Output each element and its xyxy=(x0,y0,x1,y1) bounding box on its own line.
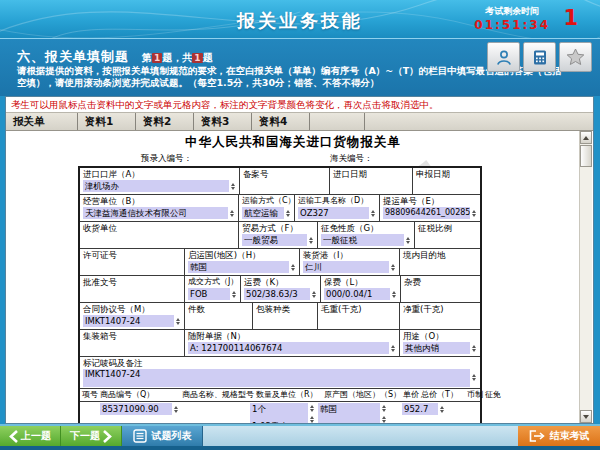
spin-down-icon[interactable] xyxy=(406,241,410,244)
spin-up-icon[interactable] xyxy=(472,210,476,213)
port-of-entry-input[interactable]: 津机场办 xyxy=(83,180,229,192)
insurance-input[interactable]: 000/0.04/1 xyxy=(324,288,390,300)
spin-up-icon[interactable] xyxy=(310,405,314,408)
spin-down-icon[interactable] xyxy=(310,420,314,423)
transaction-mode-input[interactable]: FOB xyxy=(188,288,230,300)
spin-up-icon[interactable] xyxy=(406,237,410,240)
spin-down-icon[interactable] xyxy=(310,409,314,412)
spin-down-icon[interactable] xyxy=(309,241,313,244)
item-qty-input[interactable]: 1个 1.03千克 xyxy=(250,403,308,423)
spin-up-icon[interactable] xyxy=(310,416,314,419)
spinner-control[interactable] xyxy=(308,404,316,412)
spinner-control[interactable] xyxy=(172,403,180,415)
spinner-control[interactable] xyxy=(470,342,478,354)
prev-question-button[interactable]: 上一题 xyxy=(0,426,61,446)
spinner-control[interactable] xyxy=(369,207,377,219)
spin-down-icon[interactable] xyxy=(472,378,476,381)
spinner-control[interactable] xyxy=(310,288,318,300)
spinner-control[interactable] xyxy=(228,207,236,219)
spinner-control[interactable] xyxy=(389,261,397,273)
spin-down-icon[interactable] xyxy=(371,214,375,217)
spin-up-icon[interactable] xyxy=(312,291,316,294)
scrollbar-thumb[interactable] xyxy=(580,145,592,167)
operating-unit-input[interactable]: 天津益海通信技术有限公司 xyxy=(83,207,228,219)
tab-material-4[interactable]: 资料4 xyxy=(252,113,310,130)
item-total-input[interactable]: 952.7 xyxy=(402,403,438,415)
spin-up-icon[interactable] xyxy=(291,264,295,267)
usage-input[interactable]: 其他内销 xyxy=(403,342,470,354)
spin-down-icon[interactable] xyxy=(382,420,386,423)
spin-up-icon[interactable] xyxy=(286,210,290,213)
spin-up-icon[interactable] xyxy=(382,416,386,419)
loading-port-input[interactable]: 仁川 xyxy=(303,261,389,273)
spin-up-icon[interactable] xyxy=(472,345,476,348)
spin-down-icon[interactable] xyxy=(382,409,386,412)
spin-down-icon[interactable] xyxy=(392,295,396,298)
calculator-button[interactable] xyxy=(523,42,556,72)
spin-up-icon[interactable] xyxy=(230,210,234,213)
spin-down-icon[interactable] xyxy=(174,410,178,413)
finish-exam-button[interactable]: 结束考试 xyxy=(518,426,600,446)
spinner-control[interactable] xyxy=(229,180,237,192)
tab-material-3[interactable]: 资料3 xyxy=(194,113,252,130)
spin-up-icon[interactable] xyxy=(392,291,396,294)
spin-down-icon[interactable] xyxy=(232,295,236,298)
spin-up-icon[interactable] xyxy=(440,406,444,409)
spinner-control[interactable] xyxy=(174,315,182,327)
favorite-button[interactable] xyxy=(559,42,592,72)
spin-down-icon[interactable] xyxy=(231,187,235,190)
contract-no-input[interactable]: IMKT1407-24 xyxy=(83,315,174,327)
spin-up-icon[interactable] xyxy=(176,318,180,321)
spinner-control[interactable] xyxy=(404,234,412,246)
spin-up-icon[interactable] xyxy=(232,291,236,294)
spin-down-icon[interactable] xyxy=(230,214,234,217)
marks-remarks-input[interactable]: IMKT1407-24 xyxy=(83,369,470,387)
spin-down-icon[interactable] xyxy=(472,214,476,217)
next-question-button[interactable]: 下一题 xyxy=(61,426,122,446)
spinner-control[interactable] xyxy=(230,288,238,300)
levy-nature-input[interactable]: 一般征税 xyxy=(321,234,404,246)
spin-up-icon[interactable] xyxy=(309,237,313,240)
spin-down-icon[interactable] xyxy=(286,214,290,217)
spinner-control[interactable] xyxy=(380,415,388,423)
spin-down-icon[interactable] xyxy=(391,349,395,352)
spin-up-icon[interactable] xyxy=(382,405,386,408)
spin-up-icon[interactable] xyxy=(371,210,375,213)
spin-up-icon[interactable] xyxy=(174,406,178,409)
transport-mode-input[interactable]: 航空运输 xyxy=(242,207,284,219)
bill-no-input[interactable]: 98809644261_00285953 xyxy=(383,207,470,219)
spin-down-icon[interactable] xyxy=(176,322,180,325)
spin-up-icon[interactable] xyxy=(231,183,235,186)
spinner-control[interactable] xyxy=(389,342,397,354)
question-list-button[interactable]: 试题列表 xyxy=(122,426,203,446)
transport-tool-input[interactable]: OZ327 xyxy=(298,207,369,219)
examinee-info-button[interactable] xyxy=(487,42,520,72)
spin-down-icon[interactable] xyxy=(472,349,476,352)
spinner-control[interactable] xyxy=(390,288,398,300)
scroll-down-button[interactable] xyxy=(580,410,592,423)
spin-up-icon[interactable] xyxy=(391,264,395,267)
departure-country-input[interactable]: 韩国 xyxy=(188,261,289,273)
spinner-control[interactable] xyxy=(470,372,478,384)
spin-down-icon[interactable] xyxy=(440,410,444,413)
spinner-control[interactable] xyxy=(308,415,316,423)
trade-mode-input[interactable]: 一般贸易 xyxy=(242,234,307,246)
spin-down-icon[interactable] xyxy=(391,268,395,271)
spin-up-icon[interactable] xyxy=(472,374,476,377)
spin-up-icon[interactable] xyxy=(391,345,395,348)
spinner-control[interactable] xyxy=(470,207,478,219)
freight-input[interactable]: 502/38.63/3 xyxy=(244,288,310,300)
spinner-control[interactable] xyxy=(284,207,292,219)
vertical-scrollbar[interactable] xyxy=(579,131,592,423)
tab-material-2[interactable]: 资料2 xyxy=(136,113,194,130)
spinner-control[interactable] xyxy=(438,403,446,415)
attached-documents-input[interactable]: A: 121700114067674 xyxy=(188,342,389,354)
tab-material-1[interactable]: 资料1 xyxy=(78,113,136,130)
spin-down-icon[interactable] xyxy=(312,295,316,298)
item-code-input[interactable]: 85371090.90 xyxy=(100,403,172,415)
tab-declaration[interactable]: 报关单 xyxy=(6,113,78,130)
item-origin-input[interactable]: 韩国 xyxy=(318,403,380,423)
spinner-control[interactable] xyxy=(380,404,388,412)
scroll-up-button[interactable] xyxy=(580,131,592,144)
spinner-control[interactable] xyxy=(307,234,315,246)
